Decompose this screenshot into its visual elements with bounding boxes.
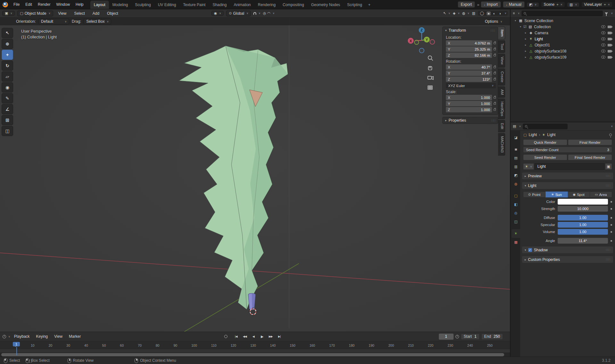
keyframe-dot-icon[interactable] bbox=[611, 208, 612, 210]
outliner-row[interactable]: ▸ Light bbox=[511, 36, 615, 42]
outliner-row[interactable]: ▸ Object01 bbox=[511, 42, 615, 48]
workspace-tab[interactable]: Layout bbox=[90, 1, 109, 9]
viewlayer-selector[interactable] bbox=[567, 2, 579, 7]
topbar-menu[interactable]: File bbox=[11, 1, 22, 8]
sidebar-tab[interactable]: Edit bbox=[498, 120, 505, 132]
disable-in-renders-icon[interactable] bbox=[608, 50, 611, 53]
light-type-button[interactable]: Spot bbox=[568, 191, 590, 198]
import-button[interactable]: Import bbox=[481, 1, 501, 8]
viewport-menu[interactable]: Object bbox=[104, 11, 121, 16]
datablock-name-field[interactable]: Light bbox=[535, 163, 604, 170]
lock-icon[interactable] bbox=[494, 66, 496, 68]
datablock-type-dropdown[interactable] bbox=[523, 163, 534, 170]
properties-tab[interactable] bbox=[512, 162, 520, 171]
transform-panel-header[interactable]: Transform∷∷ bbox=[443, 27, 498, 34]
orientation-value-dropdown[interactable]: Default bbox=[38, 19, 69, 24]
light-type-button[interactable]: Area bbox=[590, 191, 612, 198]
workspace-tab[interactable]: Scripting bbox=[344, 1, 366, 9]
sidebar-tab[interactable]: Create bbox=[498, 69, 505, 85]
outliner-editor-icon[interactable] bbox=[513, 12, 515, 15]
outliner-row[interactable]: ▾ Scene Collection bbox=[511, 18, 615, 24]
blender-logo-icon[interactable] bbox=[3, 2, 8, 7]
snap-group[interactable] bbox=[253, 12, 260, 15]
lock-icon[interactable] bbox=[494, 42, 496, 44]
timeline-menu[interactable]: Marker bbox=[66, 334, 83, 339]
drag-value-dropdown[interactable]: Select Box bbox=[84, 19, 111, 24]
properties-tab[interactable] bbox=[512, 180, 520, 188]
strength-field[interactable]: 10.000 bbox=[558, 206, 608, 212]
sidebar-tab[interactable]: View bbox=[498, 54, 505, 68]
tool-move[interactable]: + bbox=[2, 50, 13, 60]
lock-icon[interactable] bbox=[494, 78, 496, 80]
lock-icon[interactable] bbox=[494, 72, 496, 74]
gizmos-dropdown[interactable] bbox=[453, 12, 460, 15]
rotation-mode-dropdown[interactable]: XYZ Euler bbox=[446, 83, 496, 88]
shadow-checkbox[interactable] bbox=[528, 248, 532, 252]
scale-y-field[interactable]: Y1.000 bbox=[446, 101, 492, 106]
stem-object[interactable] bbox=[248, 293, 255, 310]
light-type-button[interactable]: Point bbox=[523, 191, 545, 198]
orientation-dropdown[interactable]: Global bbox=[226, 11, 251, 16]
workspace-tab[interactable]: Geometry Nodes bbox=[308, 1, 344, 9]
properties-tab[interactable] bbox=[512, 217, 520, 226]
tool-annotate[interactable]: ✎ bbox=[2, 93, 13, 103]
gizmo-x-neg[interactable] bbox=[430, 40, 435, 44]
specular-slider[interactable]: 1.00 bbox=[558, 222, 608, 228]
filter-icon[interactable] bbox=[605, 12, 608, 14]
light-type-button[interactable]: Sun bbox=[545, 191, 568, 198]
tool-rotate[interactable]: ↻ bbox=[2, 61, 13, 71]
sidebar-tab[interactable]: HardOps bbox=[498, 99, 505, 119]
breadcrumb-data[interactable]: Light bbox=[547, 133, 555, 137]
shading-solid-button[interactable]: ● bbox=[487, 12, 491, 15]
manual-button[interactable]: Manual bbox=[503, 1, 525, 8]
expand-arrow-icon[interactable]: ▸ bbox=[524, 50, 527, 53]
remove-viewlayer-icon[interactable] bbox=[608, 3, 610, 6]
properties-tab[interactable] bbox=[512, 238, 520, 247]
mode-dropdown[interactable]: Object Mode bbox=[17, 11, 53, 16]
tool-extra[interactable]: ◫ bbox=[2, 126, 13, 136]
workspace-tab[interactable]: Sculpting bbox=[132, 1, 154, 9]
next-keyframe-button[interactable] bbox=[267, 334, 275, 339]
workspace-tab[interactable]: UV Editing bbox=[154, 1, 180, 9]
workspace-tab[interactable]: Rendering bbox=[254, 1, 279, 9]
timeline-menu[interactable]: Playback bbox=[12, 334, 32, 339]
seed-render-count-field[interactable]: Seed Render Count 3 bbox=[523, 147, 612, 153]
jump-to-start-button[interactable] bbox=[232, 334, 240, 339]
export-button[interactable]: Export bbox=[458, 1, 475, 8]
sidebar-tab[interactable]: AM bbox=[498, 86, 505, 98]
topbar-menu[interactable]: Render bbox=[35, 1, 53, 8]
expand-arrow-icon[interactable]: ▸ bbox=[524, 31, 527, 34]
scale-z-field[interactable]: Z1.000 bbox=[446, 107, 492, 112]
keyframe-dot-icon[interactable] bbox=[611, 201, 612, 203]
play-reverse-button[interactable] bbox=[250, 334, 257, 339]
scene-name-field[interactable]: Scene+ bbox=[541, 2, 565, 7]
outliner-row[interactable]: ▸ objpolySurface109 bbox=[511, 54, 615, 60]
topbar-menu[interactable]: Window bbox=[53, 1, 73, 8]
viewlayer-name-field[interactable]: ViewLayer+ bbox=[581, 2, 612, 7]
workspace-tab[interactable]: Compositing bbox=[279, 1, 308, 9]
expand-arrow-icon[interactable]: ▸ bbox=[524, 44, 527, 46]
auto-keyframe-icon[interactable] bbox=[224, 335, 227, 338]
workspace-tab[interactable]: Modeling bbox=[109, 1, 132, 9]
properties-tab[interactable] bbox=[512, 145, 520, 154]
viewport-menu[interactable]: Select bbox=[71, 11, 87, 16]
workspace-tab[interactable]: Texture Paint bbox=[180, 1, 209, 9]
scrollbar-thumb[interactable] bbox=[1, 353, 504, 356]
location-x-field[interactable]: X4.0762 m bbox=[446, 40, 492, 46]
properties-tab[interactable] bbox=[512, 200, 520, 209]
hide-in-viewport-icon[interactable] bbox=[601, 31, 605, 34]
hide-in-viewport-icon[interactable] bbox=[601, 25, 605, 28]
expand-arrow-icon[interactable]: ▾ bbox=[519, 25, 522, 28]
viewport-canvas[interactable]: X Y Z bbox=[0, 18, 510, 332]
timeline-menu[interactable]: Keying bbox=[34, 334, 51, 339]
tool-select-box[interactable]: ↖ bbox=[2, 28, 13, 38]
properties-tab[interactable] bbox=[512, 133, 520, 142]
snap-magnet-icon[interactable] bbox=[253, 12, 256, 15]
play-button[interactable] bbox=[258, 334, 266, 339]
new-scene-icon[interactable]: + bbox=[556, 3, 558, 6]
light-panel-header[interactable]: Light∷∷ bbox=[522, 182, 613, 189]
lock-icon[interactable] bbox=[494, 109, 496, 111]
editor-type-button[interactable] bbox=[2, 11, 15, 16]
shading-material-button[interactable]: ◐ bbox=[492, 12, 496, 15]
tool-transform[interactable]: ◉ bbox=[2, 82, 13, 93]
